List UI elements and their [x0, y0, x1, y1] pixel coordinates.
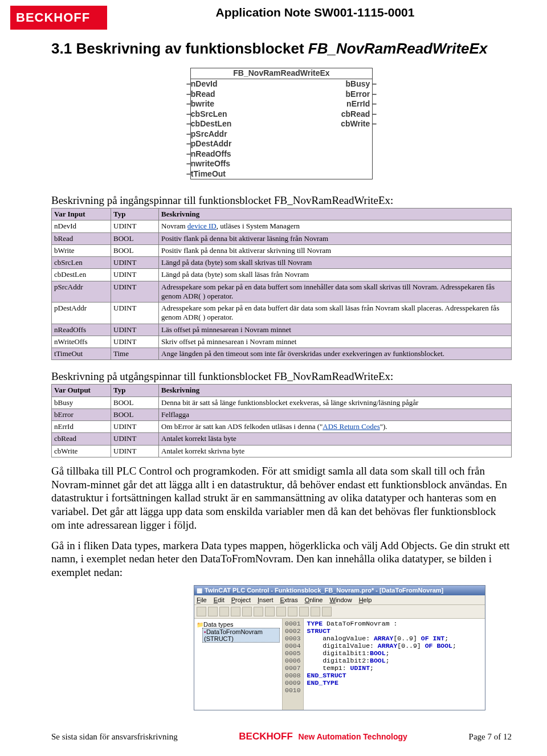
menu-item[interactable]: Insert	[258, 596, 274, 603]
cell-desc: Adresspekare som pekar på en data buffer…	[159, 281, 512, 303]
table-row: tTimeOutTimeAnge längden på den timeout …	[52, 348, 512, 360]
cell-desc: Adresspekare som pekar på en data buffer…	[159, 303, 512, 324]
cell-type: UDINT	[111, 324, 159, 336]
cell-name: pSrcAddr	[52, 281, 111, 303]
cell-name: bWrite	[52, 244, 111, 256]
footer-tagline: New Automation Technology	[299, 732, 407, 741]
toolbar-button[interactable]	[322, 607, 332, 616]
table-row: bReadBOOLPositiv flank på denna bit akti…	[52, 232, 512, 244]
ide-code[interactable]: TYPE DataToFromNovram : STRUCT analogVal…	[304, 619, 460, 710]
toolbar-button[interactable]	[197, 607, 206, 616]
toolbar-button[interactable]	[265, 607, 275, 616]
tree-folder[interactable]: Data types	[197, 621, 280, 628]
cell-name: cbRead	[52, 433, 111, 445]
fb-pin-row: bReadbError	[191, 89, 372, 100]
fb-diagram-title: FB_NovRamReadWriteEx	[191, 68, 372, 79]
table-row: pSrcAddrUDINTAdresspekare som pekar på e…	[52, 281, 512, 303]
menu-item[interactable]: Edit	[214, 596, 224, 603]
table-row: nWriteOffsUDINTSkriv offset på minnesare…	[52, 336, 512, 348]
cell-desc: Positiv flank på denna bit aktiverar läs…	[159, 232, 512, 244]
table-row: nReadOffsUDINTLäs offset på minnesarean …	[52, 324, 512, 336]
toolbar-button[interactable]	[254, 607, 263, 616]
menu-item[interactable]: Window	[330, 596, 352, 603]
cell-desc: Antalet korrekt skrivna byte	[159, 445, 512, 457]
cell-type: BOOL	[111, 244, 159, 256]
table-row: nErrIdUDINTOm bError är satt kan ADS fel…	[52, 421, 512, 433]
cell-name: cbDestLen	[52, 269, 111, 281]
tree-struct-item[interactable]: DataToFromNovram (STRUCT)	[202, 628, 280, 643]
cell-desc: Läs offset på minnesarean i Novram minne…	[159, 324, 512, 336]
cell-desc: Antalet korrekt lästa byte	[159, 433, 512, 445]
cell-name: cbWrite	[52, 445, 111, 457]
table-row: bBusyBOOLDenna bit är satt så länge funk…	[52, 397, 512, 408]
link[interactable]: ADS Return Codes	[323, 422, 379, 431]
fb-pin-row: cbDestLencbWrite	[191, 119, 372, 129]
table-row: pDestAddrUDINTAdresspekare som pekar på …	[52, 303, 512, 324]
cell-type: BOOL	[111, 397, 159, 408]
cell-name: nDevId	[52, 220, 111, 232]
cell-type: UDINT	[111, 269, 159, 281]
toolbar-button[interactable]	[276, 607, 286, 616]
menu-item[interactable]: Project	[231, 596, 251, 603]
table-row: cbWriteUDINTAntalet korrekt skrivna byte	[52, 445, 512, 457]
brand-logo-text: BECKHOFF	[16, 10, 90, 25]
fb-pin-row: cbSrcLencbRead	[191, 109, 372, 120]
link[interactable]: device ID	[187, 222, 217, 230]
th-desc: Beskrivning	[159, 209, 512, 220]
ide-menubar[interactable]: FileEditProjectInsertExtrasOnlineWindowH…	[194, 595, 485, 605]
cell-type: UDINT	[111, 433, 159, 445]
footer-page-number: Page 7 of 12	[469, 732, 512, 742]
cell-desc: Längd på data (byte) som skall läsas frå…	[159, 269, 512, 281]
toolbar-button[interactable]	[231, 607, 240, 616]
cell-desc: Felflagga	[159, 408, 512, 420]
ide-editor[interactable]: 0001 0002 0003 0004 0005 0006 0007 0008 …	[283, 619, 485, 710]
cell-type: UDINT	[111, 421, 159, 433]
section-heading: 3.1 Beskrivning av funktionsblocket FB_N…	[51, 40, 512, 58]
cell-type: UDINT	[111, 445, 159, 457]
toolbar-button[interactable]	[242, 607, 252, 616]
table-row: cbSrcLenUDINTLängd på data (byte) som sk…	[52, 257, 512, 269]
toolbar-button[interactable]	[299, 607, 309, 616]
footer-logo-group: BECKHOFF New Automation Technology	[239, 731, 407, 742]
output-table: Var Output Typ Beskrivning bBusyBOOLDenn…	[51, 384, 512, 457]
cell-desc: Novram device ID, utläses i System Manag…	[159, 220, 512, 232]
th-type-out: Typ	[111, 385, 159, 397]
menu-item[interactable]: Online	[305, 596, 323, 603]
body-paragraph-1: Gå tillbaka till PLC Control och program…	[51, 464, 512, 532]
toolbar-button[interactable]	[208, 607, 218, 616]
menu-item[interactable]: File	[197, 596, 207, 603]
cell-desc: Skriv offset på minnesarean i Novram min…	[159, 336, 512, 348]
menu-item[interactable]: Help	[359, 596, 372, 603]
table-row: cbDestLenUDINTLängd på data (byte) som s…	[52, 269, 512, 281]
ide-screenshot: ▦ TwinCAT PLC Control - Funktionsblock_F…	[194, 585, 485, 710]
cell-desc: Ange längden på den timeout som inte får…	[159, 348, 512, 360]
page-footer: Se sista sidan för ansvarsfriskrivning B…	[51, 731, 512, 742]
toolbar-button[interactable]	[311, 607, 320, 616]
cell-desc: Om bError är satt kan ADS felkoden utläs…	[159, 421, 512, 433]
table-row: nDevIdUDINTNovram device ID, utläses i S…	[52, 220, 512, 232]
menu-item[interactable]: Extras	[280, 596, 298, 603]
footer-disclaimer: Se sista sidan för ansvarsfriskrivning	[51, 732, 178, 742]
ide-titlebar: ▦ TwinCAT PLC Control - Funktionsblock_F…	[194, 586, 485, 595]
cell-type: UDINT	[111, 257, 159, 269]
output-table-caption: Beskrivning på utgångspinnar till funkti…	[51, 370, 512, 383]
input-table-caption: Beskrivning på ingångspinnar till funkti…	[51, 194, 512, 207]
th-var-input: Var Input	[52, 209, 111, 220]
cell-desc: Positiv flank på denna bit aktiverar skr…	[159, 244, 512, 256]
table-row: bErrorBOOLFelflagga	[52, 408, 512, 420]
footer-logo: BECKHOFF	[239, 731, 292, 742]
cell-type: BOOL	[111, 232, 159, 244]
brand-logo: BECKHOFF	[10, 6, 107, 30]
input-table: Var Input Typ Beskrivning nDevIdUDINTNov…	[51, 208, 512, 360]
th-var-output: Var Output	[52, 385, 111, 397]
fb-pin-row: nReadOffs	[191, 149, 372, 160]
cell-desc: Längd på data (byte) som skall skrivas t…	[159, 257, 512, 269]
toolbar-button[interactable]	[288, 607, 297, 616]
cell-name: nReadOffs	[52, 324, 111, 336]
table-row: bWriteBOOLPositiv flank på denna bit akt…	[52, 244, 512, 256]
cell-name: nErrId	[52, 421, 111, 433]
toolbar-button[interactable]	[219, 607, 229, 616]
ide-tree[interactable]: Data types DataToFromNovram (STRUCT)	[194, 619, 283, 710]
ide-toolbar[interactable]	[194, 605, 485, 619]
fb-pin-row: pSrcAddr	[191, 129, 372, 140]
